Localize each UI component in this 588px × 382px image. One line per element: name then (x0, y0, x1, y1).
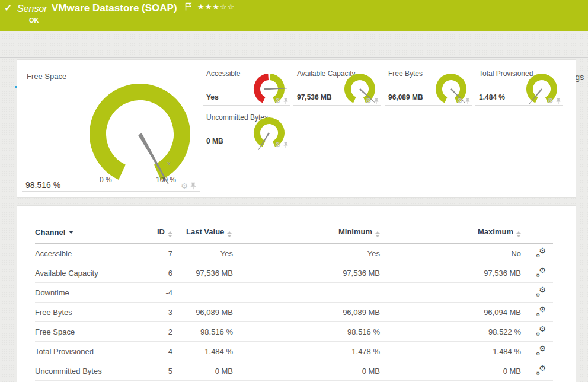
channel-settings-icon[interactable]: ⚙⚙ (536, 346, 546, 355)
sort-desc-icon (69, 231, 74, 234)
flag-icon[interactable] (185, 2, 192, 14)
channel-minimum: 97,536 MB (233, 263, 380, 283)
gauge-settings-gear-icon[interactable]: ⚙ (365, 97, 372, 104)
channel-settings-icon[interactable]: ⚙⚙ (536, 287, 546, 297)
gauges-panel: Free Space x̄ 0 % 100 % 98.516 % ⚙ Acces (17, 59, 576, 198)
channel-last-value: Yes (172, 244, 233, 263)
channels-panel: Channel ID Last Value Minimum Maximum Ac… (17, 205, 576, 382)
channel-name: Downtime (35, 283, 137, 303)
channels-table: Channel ID Last Value Minimum Maximum Ac… (35, 222, 553, 381)
table-row: Free Bytes 3 96,089 MB 96,089 MB 96,094 … (35, 303, 553, 322)
gauge-value: 98.516 % (25, 180, 60, 190)
col-header-minimum[interactable]: Minimum (233, 222, 380, 244)
status-badge: OK (29, 17, 39, 24)
channel-minimum: 96,089 MB (233, 303, 380, 322)
sensor-title: VMware Datastore (SOAP) (52, 2, 177, 14)
channel-id: 7 (137, 244, 172, 263)
gauge-max-label: 100 % (156, 176, 176, 184)
channel-id: 2 (137, 322, 172, 342)
gauge-tile-free-space[interactable]: Free Space x̄ 0 % 100 % 98.516 % ⚙ (22, 66, 200, 192)
gauge-settings-gear-icon[interactable]: ⚙ (181, 182, 188, 190)
channel-last-value (172, 283, 233, 303)
channel-settings-icon[interactable]: ⚙⚙ (536, 307, 546, 316)
pin-icon[interactable] (465, 98, 470, 104)
gauge-settings-gear-icon[interactable]: ⚙ (274, 97, 281, 104)
free-space-gauge (81, 75, 199, 193)
gauge-value: 1.484 % (479, 93, 505, 101)
channel-minimum: 1.478 % (233, 342, 380, 361)
channel-minimum: 0 MB (233, 361, 380, 381)
channel-settings-icon[interactable]: ⚙⚙ (536, 268, 546, 277)
sensor-kind-label: Sensor (17, 4, 47, 14)
gauge-tile-free-bytes[interactable]: Free Bytes 96,089 MB ⚙ (385, 67, 472, 106)
channel-id: 5 (137, 361, 172, 381)
col-header-settings (521, 222, 553, 244)
tab-bar: Overview Live Data 2days 30days 365days … (0, 31, 588, 58)
channel-name: Free Bytes (35, 303, 137, 322)
channel-id: 6 (137, 263, 172, 283)
gauge-value: 0 MB (206, 137, 223, 145)
pin-icon[interactable] (190, 182, 196, 190)
channel-maximum: No (380, 244, 521, 263)
sensor-header: ✓ Sensor VMware Datastore (SOAP) ★★★☆☆ O… (0, 0, 588, 31)
channel-minimum: 98.516 % (233, 322, 380, 342)
sort-icon (375, 231, 380, 237)
channel-minimum (233, 283, 380, 303)
channel-maximum: 0 MB (380, 361, 521, 381)
table-row: Free Space 2 98.516 % 98.516 % 98.522 % … (35, 322, 553, 342)
col-header-id[interactable]: ID (137, 222, 172, 244)
table-row: Accessible 7 Yes Yes No ⚙⚙ (35, 244, 553, 263)
sort-icon (516, 231, 521, 237)
col-header-maximum[interactable]: Maximum (380, 222, 521, 244)
gauge-tile-available-capacity[interactable]: Available Capacity 97,536 MB ⚙ (293, 67, 381, 106)
gauge-tile-accessible[interactable]: Accessible Yes ⚙ (203, 67, 290, 106)
channel-maximum: 1.484 % (380, 342, 521, 361)
channel-settings-icon[interactable]: ⚙⚙ (536, 365, 546, 375)
col-header-channel[interactable]: Channel (35, 222, 137, 244)
pin-icon[interactable] (283, 142, 288, 148)
pin-icon[interactable] (556, 98, 561, 104)
channel-last-value: 1.484 % (172, 342, 233, 361)
channel-maximum (380, 283, 521, 303)
sort-icon (168, 231, 172, 237)
channel-minimum: Yes (233, 244, 380, 263)
channel-settings-icon[interactable]: ⚙⚙ (536, 326, 546, 336)
pin-icon[interactable] (283, 98, 288, 104)
table-header-row: Channel ID Last Value Minimum Maximum (35, 222, 553, 244)
prtg-sensor-page: ✓ Sensor VMware Datastore (SOAP) ★★★☆☆ O… (0, 0, 588, 382)
gauge-min-label: 0 % (100, 176, 112, 184)
priority-stars[interactable]: ★★★☆☆ (197, 2, 235, 11)
pin-icon[interactable] (374, 98, 379, 104)
gauge-tile-total-provisioned[interactable]: Total Provisioned 1.484 % ⚙ (475, 67, 563, 106)
gauge-tile-uncommitted-bytes[interactable]: Uncommitted Bytes 0 MB ⚙ (203, 111, 290, 149)
gauge-value: Yes (206, 93, 219, 101)
channel-name: Accessible (35, 244, 137, 263)
channel-settings-icon[interactable]: ⚙⚙ (536, 248, 546, 257)
channel-name: Free Space (35, 322, 137, 342)
sort-icon (227, 231, 232, 237)
channel-last-value: 96,089 MB (172, 303, 233, 322)
channel-id: -4 (137, 283, 172, 303)
channel-last-value: 98.516 % (172, 322, 233, 342)
channel-id: 4 (137, 342, 172, 361)
channel-maximum: 97,536 MB (380, 263, 521, 283)
col-header-last-value[interactable]: Last Value (172, 222, 233, 244)
mean-marker: x̄ (167, 160, 171, 167)
gauge-label: Accessible (206, 69, 240, 78)
gauge-label: Free Bytes (388, 69, 423, 78)
gauge-value: 97,536 MB (297, 93, 332, 101)
gauge-settings-gear-icon[interactable]: ⚙ (456, 97, 463, 104)
stars-filled-icon: ★★★ (197, 2, 220, 11)
gauge-settings-gear-icon[interactable]: ⚙ (274, 141, 281, 148)
channel-maximum: 96,094 MB (380, 303, 521, 322)
status-ok-icon: ✓ (4, 2, 12, 14)
channel-name: Available Capacity (35, 263, 137, 283)
table-row: Available Capacity 6 97,536 MB 97,536 MB… (35, 263, 553, 283)
table-row: Uncommitted Bytes 5 0 MB 0 MB 0 MB ⚙⚙ (35, 361, 553, 381)
gauge-value: 96,089 MB (388, 93, 423, 101)
channel-last-value: 0 MB (172, 361, 233, 381)
gauge-settings-gear-icon[interactable]: ⚙ (547, 97, 554, 104)
channel-maximum: 98.522 % (380, 322, 521, 342)
channel-name: Uncommitted Bytes (35, 361, 137, 381)
table-row: Downtime -4 ⚙⚙ (35, 283, 553, 303)
